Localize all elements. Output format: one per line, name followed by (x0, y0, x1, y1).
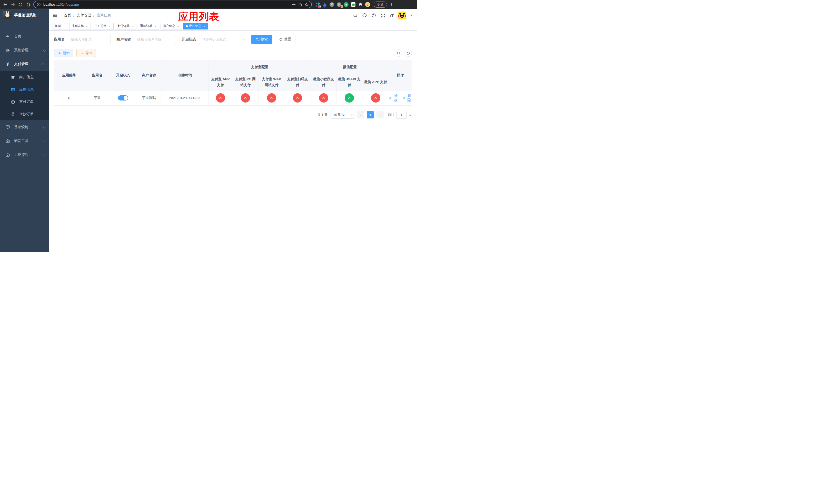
sidebar-item-home[interactable]: 首页 (0, 29, 49, 43)
sidebar-item-app-info[interactable]: 应用信息 (0, 83, 49, 96)
reload-icon[interactable] (18, 2, 23, 7)
document-copy-icon (11, 112, 15, 116)
breadcrumb-home[interactable]: 首页 (64, 13, 71, 18)
extensions-puzzle-icon[interactable] (358, 2, 363, 7)
cell-app-name: 芋道 (84, 91, 110, 106)
grid-icon (11, 87, 15, 92)
extension-dot-icon[interactable]: 1 (336, 2, 341, 7)
table-row: 6 芋道 芋道源码 2021-10-23 08:49:25 ✕ ✕ ✕ ✕ ✕ … (54, 91, 412, 106)
site-info-icon[interactable] (37, 2, 41, 7)
col-status: 开启状态 (110, 61, 136, 91)
chevron-down-icon (242, 38, 245, 41)
tab-refund-orders[interactable]: 退款订单× (138, 23, 159, 29)
payment-submenu: 商户信息 应用信息 ¥ 支付订单 退款订单 (0, 71, 49, 120)
app-name-label: 应用名 (54, 37, 65, 42)
tab-process-form[interactable]: 流程表单× (69, 23, 91, 29)
app-table: 应用编号 应用名 开启状态 商户名称 创建时间 支付宝配置 微信配置 操作 支付… (54, 61, 412, 106)
cell-created: 2021-10-23 08:49:25 (162, 91, 209, 106)
avatar-caret-icon[interactable] (410, 15, 413, 18)
font-size-icon[interactable]: TT (390, 14, 394, 18)
chevron-down-icon (43, 125, 46, 129)
sidebar-item-system[interactable]: 系统管理 (0, 43, 49, 57)
address-bar[interactable]: localhost:1024/pay/app (33, 1, 312, 8)
export-button[interactable]: 导出 (76, 49, 96, 57)
help-icon[interactable] (371, 13, 376, 18)
forward-icon[interactable] (10, 2, 15, 7)
prev-page-button[interactable]: ‹ (357, 111, 364, 118)
sidebar-item-infrastructure[interactable]: 基础设施 (0, 120, 49, 134)
password-key-icon[interactable] (291, 2, 296, 7)
edit-link[interactable]: 修改 (389, 93, 399, 102)
home-icon[interactable] (26, 2, 31, 7)
col-wechat-jsapi: 微信 JSAPI 支付 (336, 74, 363, 91)
close-icon[interactable]: × (176, 25, 180, 28)
search-button[interactable]: 搜索 (251, 35, 272, 44)
enabled-toggle[interactable] (118, 95, 128, 100)
browser-toolbar: localhost:1024/pay/app 10 ⌘ 1 y 更新 ⋮ (0, 0, 417, 9)
url-host: localhost (43, 3, 57, 6)
sidebar-item-refund-orders[interactable]: 退款订单 (0, 108, 49, 120)
extension-kite-icon[interactable] (322, 2, 327, 7)
extension-grid-icon[interactable]: 10 (315, 2, 320, 7)
back-icon[interactable] (3, 2, 8, 7)
tab-merchant-info[interactable]: 商户信息× (160, 23, 182, 29)
shop-icon (11, 75, 15, 79)
goto-page-input[interactable] (396, 111, 407, 119)
share-icon[interactable] (298, 2, 302, 7)
merchant-name-input[interactable] (137, 38, 173, 42)
reset-button[interactable]: 重置 (275, 35, 295, 44)
breadcrumb: 首页 / 支付管理 / 应用信息 (64, 13, 111, 18)
header-search-icon[interactable] (353, 13, 358, 18)
extension-y-icon[interactable]: y (344, 2, 349, 7)
close-icon[interactable]: × (154, 25, 157, 28)
col-operations: 操作 (389, 61, 412, 91)
col-alipay-wap: 支付宝 WAP 网站支付 (259, 74, 284, 91)
total-count: 共 1 条 (317, 113, 328, 117)
col-app-id: 应用编号 (54, 61, 84, 91)
close-icon[interactable]: × (131, 25, 134, 28)
current-page-button[interactable]: 1 (367, 111, 374, 118)
close-icon[interactable]: × (85, 25, 88, 28)
coin-yen-icon: ¥ (11, 100, 15, 104)
tab-user-group[interactable]: 用户分组× (92, 23, 114, 29)
sidebar-item-pay-orders[interactable]: ¥ 支付订单 (0, 96, 49, 108)
sidebar-item-label: 支付管理 (14, 62, 39, 66)
status-select[interactable]: 请选择开启状态 (199, 35, 247, 44)
sidebar-item-label: 退款订单 (19, 112, 34, 116)
sidebar-collapse-icon[interactable] (52, 13, 58, 18)
extension-chat-icon[interactable] (351, 2, 356, 7)
browser-menu-icon[interactable]: ⋮ (390, 2, 393, 7)
chrome-update-button[interactable]: 更新 (374, 2, 387, 8)
extensions-area: 10 ⌘ 1 y (315, 2, 370, 7)
yen-icon: ¥ (5, 62, 10, 66)
active-dot (186, 25, 188, 27)
page-size-select[interactable]: 10条/页 (331, 111, 354, 119)
sidebar-item-workflow[interactable]: 工作流程 (0, 148, 49, 162)
user-avatar[interactable] (398, 12, 406, 20)
table-toolbar: 新增 导出 (54, 49, 412, 57)
sidebar-item-payment[interactable]: ¥ 支付管理 (0, 57, 49, 71)
sidebar-item-label: 商户信息 (19, 75, 34, 79)
sidebar-item-merchant-info[interactable]: 商户信息 (0, 71, 49, 83)
tab-pay-orders[interactable]: 支付订单× (115, 23, 136, 29)
profile-avatar-icon[interactable] (365, 2, 370, 7)
add-button[interactable]: 新增 (54, 49, 73, 57)
app-name-input-wrap (68, 35, 111, 44)
close-icon[interactable]: × (108, 25, 111, 28)
show-search-icon-button[interactable] (395, 49, 402, 56)
wechat-mini-status-icon: ✕ (319, 93, 328, 102)
bookmark-star-icon[interactable] (304, 2, 309, 7)
tab-app-info[interactable]: 应用信息× (183, 23, 208, 29)
delete-link[interactable]: 删除 (402, 93, 412, 102)
app-logo-row[interactable]: 芋道管理系统 (0, 9, 49, 21)
refresh-table-button[interactable] (405, 49, 412, 56)
github-icon[interactable] (362, 13, 367, 18)
next-page-button[interactable]: › (376, 111, 384, 118)
fullscreen-icon[interactable] (380, 13, 386, 18)
sidebar-item-dev-tools[interactable]: 研发工具 (0, 134, 49, 148)
close-icon[interactable]: × (203, 25, 206, 28)
breadcrumb-payment[interactable]: 支付管理 (77, 13, 91, 18)
extension-command-icon[interactable]: ⌘ (329, 2, 334, 7)
tab-home[interactable]: 首页 (52, 23, 68, 29)
app-name-input[interactable] (71, 38, 107, 42)
